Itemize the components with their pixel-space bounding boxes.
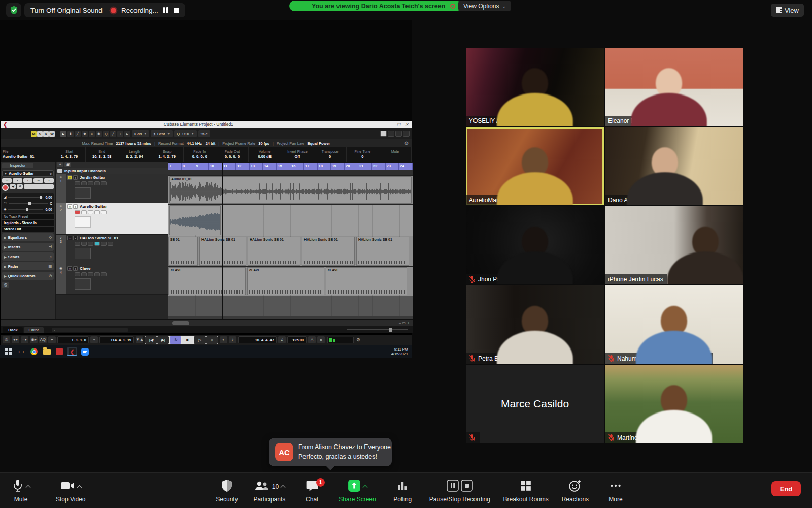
track-number: 3 — [60, 240, 62, 243]
toolbar-chat-button[interactable]: Chat1 — [298, 479, 326, 503]
chevron-right-icon: ▶ — [4, 236, 7, 239]
participant-name: Marce Casildo — [466, 365, 604, 443]
status-value: 44.1 kHz - 24 bit — [187, 141, 215, 146]
ruler-bar-number: 8 — [182, 163, 195, 170]
midi-clip: HALion Sonic SE 01 — [199, 237, 246, 266]
toolbar-participants-button[interactable]: 10Participants — [254, 479, 286, 503]
automation-w-button: W — [49, 131, 55, 137]
toolbar-stop-video-button[interactable]: Stop Video — [56, 479, 86, 503]
monitor-icon — [81, 181, 87, 185]
shared-screen-view[interactable]: ❮ Cubase Elements Project - Untitled1 –▢… — [0, 20, 412, 353]
taskbar-clock[interactable]: 9:11 PM 4/15/2021 — [391, 347, 408, 356]
toolbar-security-button[interactable]: Security — [213, 479, 241, 503]
track-controls — [75, 181, 166, 185]
participant-tile[interactable]: YOSELIY ALVAREZ — [466, 48, 604, 126]
participant-tile[interactable]: Martínez Valerio Wendy Yuleida — [605, 365, 743, 443]
view-options-button[interactable]: View Options ⌄ — [458, 1, 511, 11]
toolbar-breakout-rooms-button[interactable]: Breakout Rooms — [503, 479, 548, 503]
midi-clip: cLAVE — [168, 267, 246, 295]
status-separator: | — [218, 141, 219, 146]
toolbar-mute-button[interactable]: Mute — [7, 479, 35, 503]
participant-tile[interactable]: Nahum Neftaly González Lambert — [605, 285, 743, 364]
participant-tile[interactable]: Eleanor Dubinsky — [605, 48, 743, 126]
instrument-edit-icon — [94, 242, 100, 246]
participant-tile[interactable]: Petra Eliz — [466, 285, 604, 364]
track-gutter: ♪3 — [56, 235, 66, 265]
solo-button: s — [73, 236, 78, 240]
participant-name: Eleanor Dubinsky — [608, 117, 656, 124]
participant-tile[interactable]: Dario Acosta Teich — [605, 127, 743, 205]
inspector-section-fader: ▶Fader▤ — [2, 262, 54, 270]
info-value: - — [381, 154, 409, 159]
meeting-control-bar: MuteStop Video Security10ParticipantsCha… — [0, 472, 812, 508]
cubase-tool-icon: Q — [103, 131, 109, 137]
more-icon — [609, 480, 622, 494]
toolbar-pause-stop-recording-button[interactable]: Pause/Stop Recording — [429, 479, 490, 503]
info-column-header: Mute — [381, 150, 409, 153]
zoom-controls: – ▭ + — [399, 321, 410, 325]
toolbar-more-button[interactable]: More — [602, 479, 629, 503]
status-value: 2137 hours 52 mins — [116, 141, 151, 146]
media-app-icon[interactable] — [55, 347, 64, 356]
zoom-app-icon[interactable] — [80, 347, 89, 356]
window-layout-buttons — [380, 131, 410, 137]
info-cell-invert-phase: Invert PhaseOff — [281, 147, 314, 162]
stop-recording-icon[interactable] — [174, 8, 179, 13]
pause-recording-icon[interactable] — [163, 7, 168, 13]
toolbar-reactions-button[interactable]: Reactions — [561, 479, 589, 503]
midi-clip-label: HALion Sonic SE 01 — [358, 238, 392, 241]
delay-icon: ◈ — [4, 207, 6, 211]
track-type-icon: ≈ — [60, 175, 62, 179]
cubase-tool-icon: ╱ — [75, 131, 81, 137]
toolbar-label: More — [608, 496, 622, 503]
chevron-up-icon[interactable] — [26, 485, 31, 490]
chrome-icon[interactable] — [29, 347, 39, 356]
chevron-up-icon[interactable] — [363, 485, 368, 490]
section-icon: ⊣ — [49, 245, 52, 249]
info-cell-file: FileAurelio Guitar_01 — [1, 147, 53, 162]
solo-button: s — [73, 204, 78, 209]
meeting-top-bar: Turn Off Original Sound ▼ Recording... Y… — [0, 0, 812, 20]
polling-icon — [396, 480, 409, 494]
midi-clip-label: cLAVE — [249, 268, 260, 272]
inspector-section-label: Fader — [8, 264, 18, 269]
chevron-up-icon[interactable] — [77, 485, 82, 490]
toolbar-polling-button[interactable]: Polling — [389, 479, 416, 503]
write-icon — [101, 272, 107, 276]
task-view-icon[interactable]: ▭ — [17, 347, 26, 356]
status-separator: | — [154, 141, 155, 146]
record-mode-icon: ●▾ — [12, 336, 19, 343]
cubase-taskbar-icon[interactable]: ❮ — [67, 347, 77, 356]
chevron-up-icon[interactable] — [281, 485, 286, 490]
track-name: Jerdin Guitar — [80, 175, 105, 180]
cycle-loop-icon: ↻ — [170, 336, 181, 344]
participant-tile[interactable]: Jhon Pastor — [466, 206, 604, 284]
track-name: HALion Sonic SE 01 — [80, 236, 118, 240]
recording-status-icon — [450, 4, 455, 9]
midi-notes — [358, 261, 407, 264]
toolbar-share-screen-button[interactable]: Share Screen — [339, 479, 376, 503]
chat-notification-popup[interactable]: AC From Alison Chavez to Everyone Perfec… — [269, 438, 392, 466]
chat-popup-title: From Alison Chavez to Everyone — [298, 442, 391, 452]
participants-icon — [254, 480, 269, 494]
participant-tile[interactable]: iPhone Jerdin Lucas — [605, 206, 743, 284]
start-button[interactable] — [4, 347, 13, 356]
track-row-jerdin-guitar: ≈1msJerdin Guitar — [56, 174, 168, 203]
status-value: Equal Power — [307, 141, 330, 146]
participant-tile[interactable]: AurelioMartinezSuazo — [466, 127, 604, 205]
inspector-section-label: Inserts — [8, 245, 21, 249]
security-shield-button[interactable] — [6, 3, 21, 17]
info-column-header: Fade-In — [186, 150, 214, 153]
clock-time: 9:11 PM — [391, 347, 408, 352]
toolbar-label: Breakout Rooms — [503, 496, 548, 503]
file-explorer-icon[interactable] — [42, 347, 51, 356]
info-column-header: Volume — [251, 150, 279, 153]
participants-count: 10 — [272, 483, 279, 490]
view-button[interactable]: View — [771, 4, 804, 17]
midi-clip: HALion Sonic SE 01 — [248, 237, 300, 266]
end-meeting-button[interactable]: End — [771, 481, 801, 496]
automation-m-button: M — [31, 131, 37, 137]
recording-label: Recording... — [121, 7, 158, 14]
midi-mode-icon: ◉▾ — [30, 336, 38, 343]
participant-tile[interactable]: Marce Casildo — [466, 365, 604, 443]
